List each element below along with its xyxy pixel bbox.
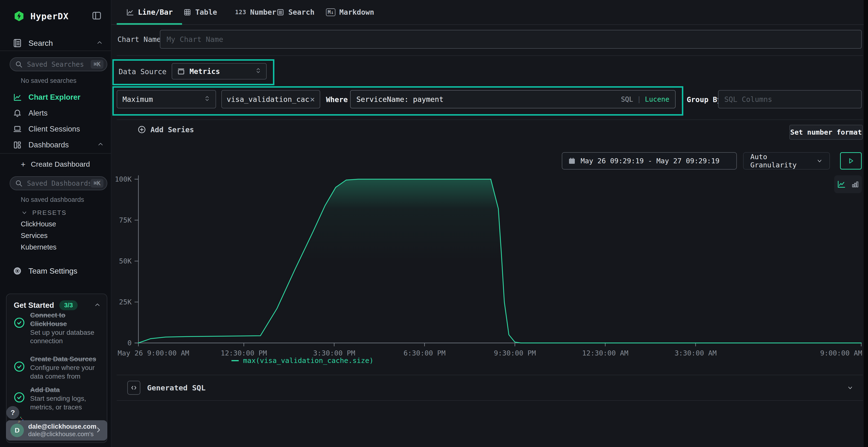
tab-search[interactable]: Search — [276, 0, 314, 24]
svg-text:0: 0 — [128, 339, 132, 347]
sidebar-item-alerts[interactable]: Alerts — [0, 105, 111, 121]
tab-line-bar[interactable]: Line/Bar — [126, 0, 173, 24]
sidebar-section-search[interactable]: Search — [0, 35, 111, 51]
close-icon[interactable]: × — [310, 94, 315, 104]
toggle-separator: | — [637, 95, 641, 103]
svg-text:6:30:00 PM: 6:30:00 PM — [403, 349, 445, 357]
add-series-label: Add Series — [151, 126, 194, 134]
date-range-picker[interactable]: May 26 09:29:19 - May 27 09:29:19 — [562, 152, 737, 170]
divider — [117, 119, 863, 120]
preset-kubernetes[interactable]: Kubernetes — [0, 241, 111, 253]
tab-table[interactable]: Table — [183, 0, 217, 24]
plus-icon: + — [21, 160, 26, 169]
scrollbar-track[interactable] — [864, 0, 868, 447]
granularity-value: Auto Granularity — [750, 153, 816, 169]
add-series-button[interactable]: Add Series — [137, 125, 194, 134]
sidebar-item-label: Chart Explorer — [28, 93, 80, 102]
calendar-icon — [568, 157, 576, 165]
data-source-label: Data Source — [119, 67, 166, 76]
get-started-item[interactable]: Create Data SourcesConfigure where your … — [14, 355, 100, 381]
preset-clickhouse[interactable]: ClickHouse — [0, 218, 111, 230]
sidebar-item-dashboards[interactable]: Dashboards — [0, 137, 111, 153]
svg-text:12:30:00 PM: 12:30:00 PM — [221, 349, 267, 357]
sidebar-nav: Chart ExplorerAlertsClient SessionsDashb… — [0, 89, 111, 153]
code-icon — [127, 381, 140, 395]
user-email: dale@clickhouse.com — [28, 423, 95, 431]
preset-services[interactable]: Services — [0, 230, 111, 241]
saved-dashboards-search[interactable]: ⌘K — [10, 176, 107, 190]
group-by-field[interactable] — [718, 90, 862, 108]
aggregation-select[interactable]: Maximum — [117, 90, 216, 108]
date-range-value: May 26 09:29:19 - May 27 09:29:19 — [581, 157, 719, 165]
sidebar-item-team-settings[interactable]: Team Settings — [0, 263, 111, 279]
timeseries-chart[interactable]: 025K50K75K100KMay 26 9:00:00 AM12:30:00 … — [112, 169, 864, 369]
markdown-icon: M↓ — [326, 8, 335, 16]
search-icon — [15, 179, 23, 187]
saved-dashboards-input[interactable] — [27, 179, 91, 187]
tab-label: Number — [250, 8, 276, 16]
group-by-label: Group By — [687, 95, 722, 104]
search-section-label: Search — [28, 39, 53, 48]
no-saved-dashboards-note: No saved dashboards — [21, 196, 84, 204]
presets-label: PRESETS — [32, 209, 66, 216]
chart-name-label: Chart Name — [117, 35, 161, 44]
sidebar-collapse-icon[interactable] — [92, 10, 102, 22]
svg-text:25K: 25K — [119, 298, 132, 306]
run-query-button[interactable] — [840, 152, 862, 170]
sidebar-item-label: Dashboards — [28, 141, 69, 149]
generated-sql-toggle[interactable]: Generated SQL — [117, 375, 863, 401]
chart-name-input[interactable] — [166, 35, 855, 44]
help-button[interactable]: ? — [6, 406, 19, 419]
hyperdx-logo-icon — [13, 10, 25, 22]
chevron-up-icon — [97, 141, 104, 149]
metric-tag[interactable]: visa_validation_cach × — [221, 90, 320, 108]
svg-text:12:30:00 AM: 12:30:00 AM — [582, 349, 628, 357]
saved-searches-search[interactable]: ⌘K — [10, 57, 107, 71]
get-started-item-title: Connect to ClickHouse — [30, 311, 67, 328]
chart-type-tabs: Line/BarTable123NumberSearchM↓Markdown — [112, 0, 864, 25]
svg-text:100K: 100K — [115, 175, 132, 183]
sidebar-item-chart-explorer[interactable]: Chart Explorer — [0, 89, 111, 105]
set-number-format-button[interactable]: Set number format — [789, 125, 863, 140]
get-started-item[interactable]: Add DataStart sending logs, metrics, or … — [14, 386, 100, 411]
chevron-up-icon[interactable] — [94, 302, 100, 309]
dashboard-icon — [12, 140, 22, 150]
data-source-select[interactable]: Metrics — [172, 63, 267, 79]
lucene-toggle[interactable]: Lucene — [645, 95, 669, 103]
granularity-select[interactable]: Auto Granularity — [743, 152, 830, 170]
check-circle-icon — [14, 392, 25, 403]
sidebar-item-client-sessions[interactable]: Client Sessions — [0, 121, 111, 137]
create-dashboard-button[interactable]: + Create Dashboard — [0, 157, 111, 172]
check-circle-icon — [14, 361, 25, 372]
set-number-format-label: Set number format — [790, 128, 862, 136]
chevron-down-icon — [847, 385, 853, 391]
chart-name-field[interactable] — [160, 30, 862, 49]
saved-searches-shortcut: ⌘K — [91, 60, 103, 69]
sidebar-item-label: Alerts — [28, 109, 48, 117]
list-icon — [276, 8, 284, 16]
saved-searches-input[interactable] — [27, 60, 91, 69]
where-value: ServiceName: payment — [356, 95, 443, 104]
tab-number[interactable]: 123Number — [235, 0, 276, 24]
where-label: Where — [326, 95, 348, 104]
metric-tag-text: visa_validation_cach — [227, 95, 310, 104]
sql-toggle[interactable]: SQL — [621, 95, 633, 103]
search-icon — [15, 61, 23, 68]
get-started-item[interactable]: Connect to ClickHouseSet up your databas… — [14, 311, 100, 345]
data-source-value: Metrics — [189, 67, 220, 76]
sidebar-divider — [0, 50, 111, 51]
cube-icon — [177, 67, 185, 75]
chevron-updown-icon — [204, 95, 210, 104]
sidebar-divider — [0, 153, 111, 153]
get-started-item-title: Add Data — [30, 386, 60, 393]
user-menu[interactable]: D dale@clickhouse.com dale@clickhouse.co… — [6, 420, 107, 441]
tab-label: Table — [195, 8, 217, 16]
saved-dashboards-shortcut: ⌘K — [91, 179, 103, 187]
group-by-input[interactable] — [724, 95, 856, 104]
tab-markdown[interactable]: M↓Markdown — [326, 0, 374, 24]
where-field[interactable]: ServiceName: payment SQL | Lucene — [350, 90, 676, 108]
presets-toggle[interactable]: PRESETS — [0, 207, 111, 219]
chart-legend: max(visa_validation_cache.size) — [231, 356, 373, 365]
123-icon: 123 — [235, 9, 246, 16]
tab-label: Line/Bar — [138, 8, 173, 16]
